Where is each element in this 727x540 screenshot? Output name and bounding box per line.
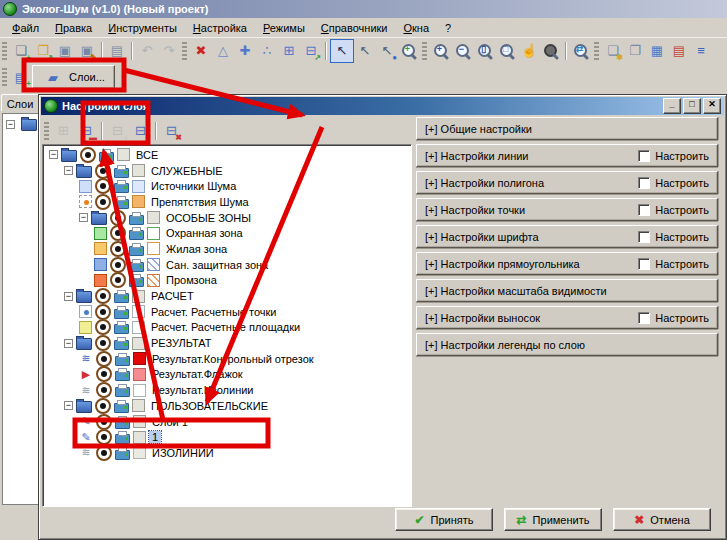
printer-icon[interactable] xyxy=(115,419,130,429)
minimize-button[interactable]: _ xyxy=(663,98,681,114)
visibility-eye-icon[interactable] xyxy=(95,304,111,320)
layer-label[interactable]: Результат.Флажок xyxy=(149,368,246,380)
nodes-icon[interactable]: ∴ xyxy=(256,40,278,62)
printer-icon[interactable] xyxy=(129,215,144,225)
printer-icon[interactable] xyxy=(129,277,144,287)
undo-icon[interactable]: ↶ xyxy=(136,40,158,62)
printer-icon[interactable] xyxy=(129,230,144,240)
layer-label[interactable]: СЛУЖЕБНЫЕ xyxy=(148,165,226,177)
layer-tree-row[interactable]: Расчет. Расчетные точки xyxy=(43,304,411,320)
save-edit-icon[interactable]: ▣✎ xyxy=(76,40,98,62)
layer-label[interactable]: Препятствия Шума xyxy=(148,196,252,208)
layers-button[interactable]: ▰ Слои... xyxy=(32,65,115,89)
visibility-eye-icon[interactable] xyxy=(110,257,126,273)
new-document-icon[interactable]: ❏+ xyxy=(10,40,32,62)
apply-button[interactable]: ⇄Применить xyxy=(504,508,602,531)
configure-checkbox[interactable] xyxy=(638,258,650,270)
menu-item-1[interactable]: Файл xyxy=(4,20,47,36)
printer-icon[interactable] xyxy=(114,168,129,178)
redo-icon[interactable]: ↷ xyxy=(158,40,180,62)
layer-tree-row[interactable]: Охранная зона xyxy=(43,225,411,241)
layer-label[interactable]: Источники Шума xyxy=(148,180,239,192)
visibility-eye-icon[interactable] xyxy=(110,210,126,226)
layer-tree-row[interactable]: Сан. защитная зона xyxy=(43,257,411,273)
printer-icon[interactable] xyxy=(99,152,114,162)
zoom-overview-icon[interactable] xyxy=(540,40,562,62)
dialog-titlebar[interactable]: Настройки слоя _□✕ xyxy=(41,97,724,115)
configure-checkbox[interactable] xyxy=(638,204,650,216)
select-move-cursor-icon[interactable]: ↖● xyxy=(376,40,398,62)
printer-icon[interactable] xyxy=(115,356,130,366)
configure-checkbox[interactable] xyxy=(638,231,650,243)
layer-tree-row[interactable]: Препятствия Шума xyxy=(43,194,411,210)
layer-label[interactable]: РАСЧЕТ xyxy=(148,290,197,302)
bricks-icon[interactable]: ▤ xyxy=(668,40,690,62)
printer-icon[interactable] xyxy=(115,371,130,381)
visibility-eye-icon[interactable] xyxy=(110,225,126,241)
layer-tree-row[interactable]: ≋Результат.Изолинии xyxy=(43,382,411,398)
layer-label[interactable]: Результат.Контрольный отрезок xyxy=(149,353,317,365)
layer-label[interactable]: ПОЛЬЗОВАТЕЛЬСКИЕ xyxy=(148,400,271,412)
zoom-page-icon[interactable]: ▯ xyxy=(474,40,496,62)
layer-label[interactable]: Слой 1 xyxy=(149,416,191,428)
layer-tree-row[interactable]: −ПОЛЬЗОВАТЕЛЬСКИЕ xyxy=(43,398,411,414)
tile-windows-icon[interactable]: ⊞ xyxy=(278,40,300,62)
layer-add-child-icon[interactable]: ⊟▬ xyxy=(75,119,98,142)
layer-tree-row[interactable]: −СЛУЖЕБНЫЕ xyxy=(43,163,411,179)
configure-checkbox[interactable] xyxy=(638,150,650,162)
fill-pattern-icon[interactable]: ▦ xyxy=(646,40,668,62)
settings-section-button[interactable]: [+] Настройки точкиНастроить xyxy=(416,198,718,221)
print-icon[interactable]: ▤ xyxy=(106,40,128,62)
visibility-eye-icon[interactable] xyxy=(95,178,111,194)
layer-label[interactable]: ВСЕ xyxy=(133,149,161,161)
layer-tree-row[interactable]: ✎1 xyxy=(43,429,411,445)
visibility-eye-icon[interactable] xyxy=(95,194,111,210)
layer-tree-row[interactable]: Источники Шума xyxy=(43,178,411,194)
printer-icon[interactable] xyxy=(115,387,130,397)
layer-label[interactable]: РЕЗУЛЬТАТ xyxy=(148,337,214,349)
scale-ruler-icon[interactable]: ≡ xyxy=(690,40,712,62)
expander-icon[interactable]: − xyxy=(6,120,15,129)
layer-tree-row[interactable]: Промзона xyxy=(43,273,411,289)
maximize-button[interactable]: □ xyxy=(683,98,701,114)
layer-label[interactable]: ОСОБЫЕ ЗОНЫ xyxy=(163,212,254,224)
layer-label[interactable]: 1 xyxy=(149,431,161,443)
layer-copy-icon[interactable]: ❐ xyxy=(624,40,646,62)
layer-label[interactable]: Жилая зона xyxy=(163,243,230,255)
zoom-rect-icon[interactable]: □ xyxy=(496,40,518,62)
printer-icon[interactable] xyxy=(129,262,144,272)
save-icon[interactable]: ▣ xyxy=(54,40,76,62)
visibility-eye-icon[interactable] xyxy=(110,272,126,288)
printer-icon[interactable] xyxy=(114,340,129,350)
layer-tree-row[interactable]: −ОСОБЫЕ ЗОНЫ xyxy=(43,210,411,226)
visibility-eye-icon[interactable] xyxy=(95,163,111,179)
expander-icon[interactable]: − xyxy=(79,213,88,222)
visibility-eye-icon[interactable] xyxy=(96,366,112,382)
settings-section-button[interactable]: [+] Настройки прямоугольникаНастроить xyxy=(416,252,718,275)
menu-item-4[interactable]: Настройка xyxy=(185,20,255,36)
settings-section-button[interactable]: [+] Настройки легенды по слою xyxy=(416,333,718,356)
visibility-eye-icon[interactable] xyxy=(80,147,96,163)
close-button[interactable]: ✕ xyxy=(703,98,721,114)
settings-section-button[interactable]: [+] Настройки выносокНастроить xyxy=(416,306,718,329)
select-cursor-icon[interactable]: ↖ xyxy=(330,39,354,63)
layers-icon[interactable]: ▰ xyxy=(42,66,64,88)
layer-label[interactable]: Расчет. Расчетные площадки xyxy=(148,321,303,333)
layer-tree-row[interactable]: ✎Слой 1 xyxy=(43,414,411,430)
layer-tree-row[interactable]: −РЕЗУЛЬТАТ xyxy=(43,335,411,351)
pan-hand-icon[interactable]: ☝ xyxy=(518,40,540,62)
menu-item-6[interactable]: Справочники xyxy=(313,20,396,36)
printer-icon[interactable] xyxy=(114,183,129,193)
menu-item-3[interactable]: Инструменты xyxy=(100,20,185,36)
delete-icon[interactable]: ✖ xyxy=(190,40,212,62)
layer-tree-row[interactable]: −ВСЕ xyxy=(43,147,411,163)
cancel-button[interactable]: ✖Отмена xyxy=(613,508,711,531)
layer-tree-row[interactable]: ≋Результат.Контрольный отрезок xyxy=(43,351,411,367)
layer-tree-row[interactable]: Расчет. Расчетные площадки xyxy=(43,320,411,336)
printer-icon[interactable] xyxy=(129,246,144,256)
printer-icon[interactable] xyxy=(115,434,130,444)
layer-label[interactable]: Расчет. Расчетные точки xyxy=(148,306,280,318)
layers-tree-icon[interactable]: ⊟↗ xyxy=(300,40,322,62)
layer-tree-row[interactable]: ≋ИЗОЛИНИИ xyxy=(43,445,411,461)
zoom-out-icon[interactable]: − xyxy=(452,40,474,62)
